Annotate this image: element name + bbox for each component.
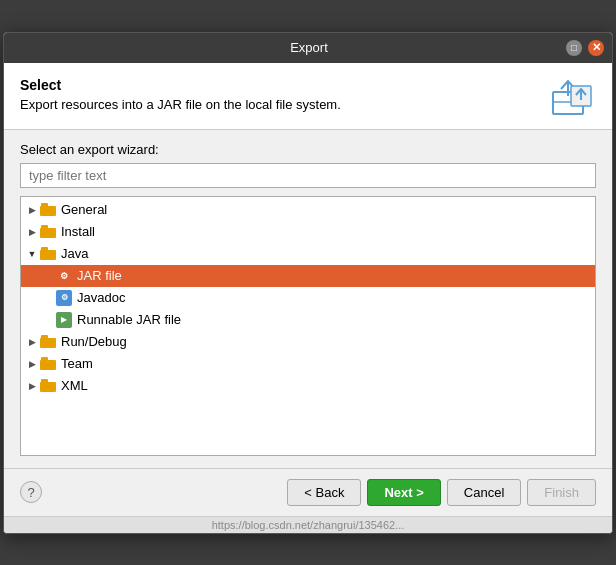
tree-item-jar-file[interactable]: ▶ ⚙ JAR file bbox=[21, 265, 595, 287]
tree-label-java: Java bbox=[61, 246, 88, 261]
tree-item-general[interactable]: ▶ General bbox=[21, 199, 595, 221]
dialog-title: Export bbox=[52, 40, 566, 55]
tree-label-general: General bbox=[61, 202, 107, 217]
minimize-button[interactable]: □ bbox=[566, 40, 582, 56]
tree-label-javadoc: Javadoc bbox=[77, 290, 125, 305]
content-section: Select an export wizard: ▶ General ▶ Ins… bbox=[4, 130, 612, 468]
titlebar-controls: □ ✕ bbox=[566, 40, 604, 56]
finish-button[interactable]: Finish bbox=[527, 479, 596, 506]
close-button[interactable]: ✕ bbox=[588, 40, 604, 56]
watermark-text: https://blog.csdn.net/zhangrui/135462... bbox=[212, 519, 405, 531]
folder-icon-java bbox=[39, 245, 57, 263]
folder-icon-install bbox=[39, 223, 57, 241]
tree-container[interactable]: ▶ General ▶ Install ▼ Java bbox=[20, 196, 596, 456]
watermark: https://blog.csdn.net/zhangrui/135462... bbox=[4, 516, 612, 533]
back-button[interactable]: < Back bbox=[287, 479, 361, 506]
help-button[interactable]: ? bbox=[20, 481, 42, 503]
export-icon bbox=[548, 77, 596, 117]
filter-label: Select an export wizard: bbox=[20, 142, 596, 157]
cancel-button[interactable]: Cancel bbox=[447, 479, 521, 506]
tree-item-team[interactable]: ▶ Team bbox=[21, 353, 595, 375]
header-text: Select Export resources into a JAR file … bbox=[20, 77, 341, 112]
expand-arrow-xml: ▶ bbox=[25, 379, 39, 393]
expand-arrow-run-debug: ▶ bbox=[25, 335, 39, 349]
folder-icon-general bbox=[39, 201, 57, 219]
folder-icon-team bbox=[39, 355, 57, 373]
tree-label-xml: XML bbox=[61, 378, 88, 393]
tree-item-javadoc[interactable]: ▶ ⚙ Javadoc bbox=[21, 287, 595, 309]
footer: ? < Back Next > Cancel Finish bbox=[4, 468, 612, 516]
tree-item-install[interactable]: ▶ Install bbox=[21, 221, 595, 243]
tree-item-run-debug[interactable]: ▶ Run/Debug bbox=[21, 331, 595, 353]
tree-item-java[interactable]: ▼ Java bbox=[21, 243, 595, 265]
expand-arrow-general: ▶ bbox=[25, 203, 39, 217]
tree-label-install: Install bbox=[61, 224, 95, 239]
export-dialog: Export □ ✕ Select Export resources into … bbox=[3, 32, 613, 534]
filter-input[interactable] bbox=[20, 163, 596, 188]
next-button[interactable]: Next > bbox=[367, 479, 440, 506]
folder-icon-run-debug bbox=[39, 333, 57, 351]
expand-arrow-team: ▶ bbox=[25, 357, 39, 371]
jar-icon: ⚙ bbox=[55, 267, 73, 285]
tree-label-team: Team bbox=[61, 356, 93, 371]
header-description: Export resources into a JAR file on the … bbox=[20, 97, 341, 112]
header-section: Select Export resources into a JAR file … bbox=[4, 63, 612, 130]
tree-label-run-debug: Run/Debug bbox=[61, 334, 127, 349]
expand-arrow-install: ▶ bbox=[25, 225, 39, 239]
tree-label-jar-file: JAR file bbox=[77, 268, 122, 283]
tree-item-runnable-jar[interactable]: ▶ ▶ Runnable JAR file bbox=[21, 309, 595, 331]
footer-right: < Back Next > Cancel Finish bbox=[287, 479, 596, 506]
titlebar: Export □ ✕ bbox=[4, 33, 612, 63]
folder-icon-xml bbox=[39, 377, 57, 395]
runnable-jar-icon: ▶ bbox=[55, 311, 73, 329]
expand-arrow-java: ▼ bbox=[25, 247, 39, 261]
tree-label-runnable-jar: Runnable JAR file bbox=[77, 312, 181, 327]
javadoc-icon: ⚙ bbox=[55, 289, 73, 307]
footer-left: ? bbox=[20, 481, 42, 503]
tree-item-xml[interactable]: ▶ XML bbox=[21, 375, 595, 397]
header-title: Select bbox=[20, 77, 341, 93]
